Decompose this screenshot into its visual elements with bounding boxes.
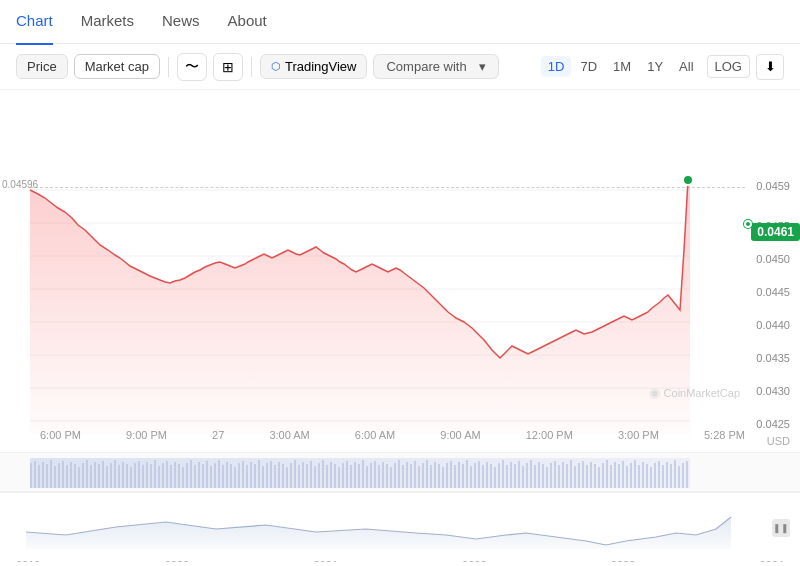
svg-rect-150 xyxy=(590,462,592,488)
mini-x-label-0: 2019 xyxy=(16,559,40,562)
watermark-icon: ◉ xyxy=(649,385,660,400)
x-label-7: 3:00 PM xyxy=(618,429,659,447)
svg-rect-45 xyxy=(170,465,172,488)
svg-rect-63 xyxy=(242,461,244,488)
y-label-4: 0.0440 xyxy=(756,319,790,331)
svg-rect-79 xyxy=(306,464,308,488)
tab-news[interactable]: News xyxy=(162,0,200,45)
svg-rect-49 xyxy=(186,463,188,488)
svg-rect-131 xyxy=(514,464,516,488)
period-1m[interactable]: 1M xyxy=(606,56,638,77)
compare-button[interactable]: Compare with ▾ xyxy=(373,54,498,79)
svg-rect-68 xyxy=(262,466,264,488)
chevron-down-icon: ▾ xyxy=(479,59,486,74)
pause-icon[interactable]: ❚❚ xyxy=(772,519,790,537)
price-dot xyxy=(744,220,752,228)
volume-area: // This is just decorative, rendered via… xyxy=(0,452,800,492)
svg-rect-98 xyxy=(382,462,384,488)
svg-rect-55 xyxy=(210,466,212,488)
period-1y[interactable]: 1Y xyxy=(640,56,670,77)
svg-rect-114 xyxy=(446,463,448,488)
svg-rect-92 xyxy=(358,464,360,488)
svg-rect-67 xyxy=(258,460,260,488)
svg-rect-157 xyxy=(618,464,620,488)
svg-rect-14 xyxy=(46,464,48,488)
volume-svg: // This is just decorative, rendered via… xyxy=(0,453,740,492)
download-icon: ⬇ xyxy=(765,59,776,74)
price-button[interactable]: Price xyxy=(16,54,68,79)
svg-rect-66 xyxy=(254,464,256,488)
svg-rect-80 xyxy=(310,461,312,488)
candle-chart-icon[interactable]: ⊞ xyxy=(213,53,243,81)
x-label-8: 5:28 PM xyxy=(704,429,745,447)
tab-markets[interactable]: Markets xyxy=(81,0,134,45)
svg-rect-69 xyxy=(266,463,268,488)
tab-chart[interactable]: Chart xyxy=(16,0,53,45)
svg-rect-124 xyxy=(486,462,488,488)
svg-rect-170 xyxy=(670,464,672,488)
svg-rect-156 xyxy=(614,462,616,488)
svg-rect-120 xyxy=(470,466,472,488)
svg-rect-166 xyxy=(654,463,656,488)
tradingview-button[interactable]: ⬡ TradingView xyxy=(260,54,368,79)
svg-rect-52 xyxy=(198,462,200,488)
svg-rect-169 xyxy=(666,462,668,488)
svg-rect-34 xyxy=(126,464,128,488)
svg-rect-61 xyxy=(234,467,236,488)
svg-rect-154 xyxy=(606,460,608,488)
market-cap-button[interactable]: Market cap xyxy=(74,54,160,79)
period-group: 1D 7D 1M 1Y All xyxy=(541,56,701,77)
svg-rect-152 xyxy=(598,467,600,488)
svg-rect-84 xyxy=(326,465,328,488)
log-button[interactable]: LOG xyxy=(707,55,750,78)
tradingview-icon: ⬡ xyxy=(271,60,281,73)
svg-rect-165 xyxy=(650,467,652,488)
svg-rect-94 xyxy=(366,466,368,488)
svg-rect-26 xyxy=(94,462,96,488)
svg-rect-57 xyxy=(218,460,220,488)
svg-rect-107 xyxy=(418,466,420,488)
svg-rect-39 xyxy=(146,462,148,488)
period-all[interactable]: All xyxy=(672,56,700,77)
line-chart-icon[interactable]: 〜 xyxy=(177,53,207,81)
svg-rect-47 xyxy=(178,464,180,488)
svg-rect-118 xyxy=(462,464,464,488)
svg-rect-113 xyxy=(442,467,444,488)
svg-rect-82 xyxy=(318,463,320,488)
svg-rect-64 xyxy=(246,465,248,488)
tab-about[interactable]: About xyxy=(228,0,267,45)
svg-rect-116 xyxy=(454,465,456,488)
svg-rect-99 xyxy=(386,464,388,488)
svg-rect-140 xyxy=(550,463,552,488)
svg-rect-135 xyxy=(530,460,532,488)
svg-rect-18 xyxy=(62,461,64,488)
svg-rect-76 xyxy=(294,460,296,488)
svg-rect-155 xyxy=(610,465,612,488)
y-label-5: 0.0435 xyxy=(756,352,790,364)
currency-label: USD xyxy=(767,435,790,447)
watermark-text: CoinMarketCap xyxy=(664,387,740,399)
x-label-0: 6:00 PM xyxy=(40,429,81,447)
mini-x-label-4: 2023 xyxy=(611,559,635,562)
svg-rect-142 xyxy=(558,465,560,488)
svg-rect-119 xyxy=(466,460,468,488)
x-label-2: 27 xyxy=(212,429,224,447)
x-label-4: 6:00 AM xyxy=(355,429,395,447)
svg-rect-153 xyxy=(602,463,604,488)
watermark: ◉ CoinMarketCap xyxy=(649,385,740,400)
period-1d[interactable]: 1D xyxy=(541,56,572,77)
svg-rect-60 xyxy=(230,464,232,488)
svg-rect-96 xyxy=(374,461,376,488)
svg-rect-54 xyxy=(206,461,208,488)
svg-rect-145 xyxy=(570,460,572,488)
period-7d[interactable]: 7D xyxy=(573,56,604,77)
mini-x-label-3: 2022 xyxy=(462,559,486,562)
mini-x-axis: 2019 2020 2021 2022 2023 2024 xyxy=(0,553,800,562)
download-button[interactable]: ⬇ xyxy=(756,54,784,80)
svg-rect-134 xyxy=(526,463,528,488)
svg-rect-20 xyxy=(70,462,72,488)
x-label-6: 12:00 PM xyxy=(526,429,573,447)
svg-rect-125 xyxy=(490,464,492,488)
svg-rect-75 xyxy=(290,463,292,488)
svg-rect-11 xyxy=(34,461,36,488)
